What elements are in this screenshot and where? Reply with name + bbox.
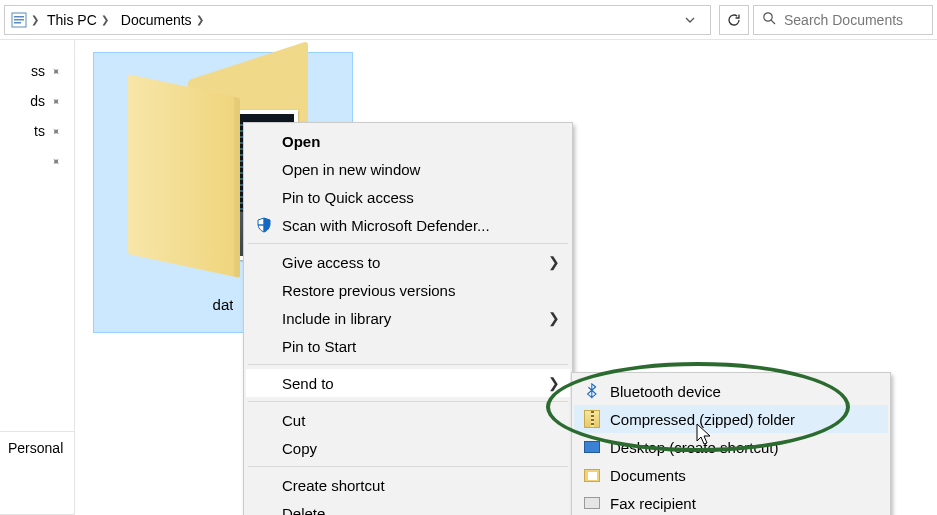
menu-item-label: Create shortcut bbox=[282, 477, 385, 494]
menu-item-delete[interactable]: Delete bbox=[246, 499, 570, 515]
refresh-button[interactable] bbox=[719, 5, 749, 35]
chevron-right-icon[interactable]: ❯ bbox=[101, 14, 109, 25]
addressbar-row: ❯ This PC ❯ Documents ❯ Search Documents bbox=[0, 0, 937, 40]
pin-icon: ✦ bbox=[48, 153, 64, 169]
menu-item-label: Copy bbox=[282, 440, 317, 457]
context-menu: Open Open in new window Pin to Quick acc… bbox=[243, 122, 573, 515]
breadcrumb: This PC ❯ Documents ❯ bbox=[43, 10, 672, 30]
submenu-arrow-icon: ❯ bbox=[548, 254, 560, 270]
svg-rect-2 bbox=[14, 19, 24, 21]
menu-item-label: Delete bbox=[282, 505, 325, 516]
menu-item-label: Give access to bbox=[282, 254, 380, 271]
fax-icon bbox=[582, 493, 602, 513]
menu-item-label: Desktop (create shortcut) bbox=[610, 439, 778, 456]
search-placeholder: Search Documents bbox=[784, 12, 903, 28]
nav-item-label: ts bbox=[34, 123, 45, 139]
menu-item-open-new-window[interactable]: Open in new window bbox=[246, 155, 570, 183]
nav-quick-item[interactable]: ss ✦ bbox=[0, 56, 74, 86]
history-dropdown-button[interactable] bbox=[676, 6, 704, 34]
submenu-arrow-icon: ❯ bbox=[548, 375, 560, 391]
breadcrumb-label: This PC bbox=[47, 12, 97, 28]
breadcrumb-documents[interactable]: Documents ❯ bbox=[117, 10, 208, 30]
search-icon bbox=[762, 11, 776, 28]
menu-item-label: Bluetooth device bbox=[610, 383, 721, 400]
menu-item-documents[interactable]: Documents bbox=[574, 461, 888, 489]
menu-item-label: Documents bbox=[610, 467, 686, 484]
folder-label: dat bbox=[213, 296, 234, 313]
menu-item-label: Fax recipient bbox=[610, 495, 696, 512]
menu-item-label: Send to bbox=[282, 375, 334, 392]
svg-rect-1 bbox=[14, 16, 24, 18]
documents-folder-icon bbox=[582, 465, 602, 485]
menu-separator bbox=[248, 466, 568, 467]
nav-item-label: ss bbox=[31, 63, 45, 79]
navigation-pane: ss ✦ ds ✦ ts ✦ ✦ Personal bbox=[0, 40, 75, 515]
menu-item-bluetooth[interactable]: Bluetooth device bbox=[574, 377, 888, 405]
menu-item-label: Pin to Quick access bbox=[282, 189, 414, 206]
breadcrumb-label: Documents bbox=[121, 12, 192, 28]
send-to-submenu: Bluetooth device Compressed (zipped) fol… bbox=[571, 372, 891, 515]
menu-separator bbox=[248, 364, 568, 365]
menu-item-label: Open bbox=[282, 133, 320, 150]
menu-item-include-library[interactable]: Include in library ❯ bbox=[246, 304, 570, 332]
breadcrumb-this-pc[interactable]: This PC ❯ bbox=[43, 10, 113, 30]
submenu-arrow-icon: ❯ bbox=[548, 310, 560, 326]
menu-item-send-to[interactable]: Send to ❯ bbox=[246, 369, 570, 397]
svg-point-4 bbox=[764, 13, 772, 21]
menu-item-fax-recipient[interactable]: Fax recipient bbox=[574, 489, 888, 515]
menu-item-label: Open in new window bbox=[282, 161, 420, 178]
menu-item-label: Scan with Microsoft Defender... bbox=[282, 217, 490, 234]
nav-quick-item[interactable]: ✦ bbox=[0, 146, 74, 176]
zip-folder-icon bbox=[582, 409, 602, 429]
svg-line-5 bbox=[771, 20, 775, 24]
address-tail bbox=[676, 6, 704, 34]
menu-item-compressed-folder[interactable]: Compressed (zipped) folder bbox=[574, 405, 888, 433]
menu-item-label: Cut bbox=[282, 412, 305, 429]
menu-item-create-shortcut[interactable]: Create shortcut bbox=[246, 471, 570, 499]
nav-quick-item[interactable]: ts ✦ bbox=[0, 116, 74, 146]
menu-item-pin-quick-access[interactable]: Pin to Quick access bbox=[246, 183, 570, 211]
menu-item-scan-defender[interactable]: Scan with Microsoft Defender... bbox=[246, 211, 570, 239]
desktop-icon bbox=[582, 437, 602, 457]
nav-quick-item[interactable]: ds ✦ bbox=[0, 86, 74, 116]
shield-icon bbox=[254, 215, 274, 235]
bluetooth-icon bbox=[582, 381, 602, 401]
menu-item-open[interactable]: Open bbox=[246, 127, 570, 155]
nav-item-label: ds bbox=[30, 93, 45, 109]
menu-item-pin-start[interactable]: Pin to Start bbox=[246, 332, 570, 360]
menu-item-cut[interactable]: Cut bbox=[246, 406, 570, 434]
nav-section-personal[interactable]: Personal bbox=[0, 431, 74, 515]
menu-item-label: Compressed (zipped) folder bbox=[610, 411, 795, 428]
chevron-right-icon[interactable]: ❯ bbox=[31, 14, 39, 25]
menu-separator bbox=[248, 243, 568, 244]
menu-item-restore-versions[interactable]: Restore previous versions bbox=[246, 276, 570, 304]
menu-item-label: Include in library bbox=[282, 310, 391, 327]
search-box[interactable]: Search Documents bbox=[753, 5, 933, 35]
menu-item-label: Restore previous versions bbox=[282, 282, 455, 299]
location-icon bbox=[11, 12, 27, 28]
menu-item-desktop-shortcut[interactable]: Desktop (create shortcut) bbox=[574, 433, 888, 461]
svg-rect-3 bbox=[14, 22, 21, 24]
menu-separator bbox=[248, 401, 568, 402]
menu-item-label: Pin to Start bbox=[282, 338, 356, 355]
nav-section-label: Personal bbox=[8, 440, 63, 456]
pin-icon: ✦ bbox=[48, 123, 64, 139]
pin-icon: ✦ bbox=[48, 63, 64, 79]
menu-item-copy[interactable]: Copy bbox=[246, 434, 570, 462]
svg-rect-7 bbox=[258, 224, 270, 225]
pin-icon: ✦ bbox=[48, 93, 64, 109]
menu-item-give-access[interactable]: Give access to ❯ bbox=[246, 248, 570, 276]
chevron-right-icon[interactable]: ❯ bbox=[196, 14, 204, 25]
address-bar[interactable]: ❯ This PC ❯ Documents ❯ bbox=[4, 5, 711, 35]
